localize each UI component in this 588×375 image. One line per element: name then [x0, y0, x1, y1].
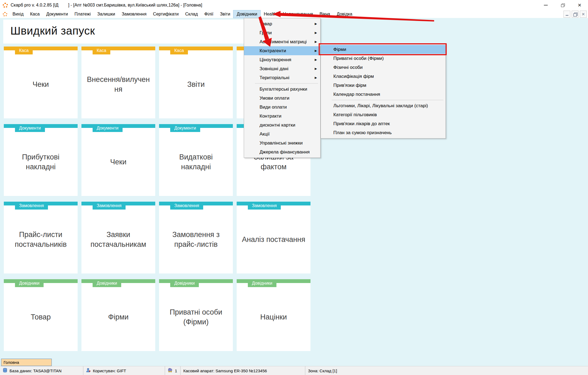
- status-item: Касовий апарат: Samsung ER-350 №123456: [181, 366, 305, 375]
- status-item: Зона: Склад [1]: [305, 366, 588, 375]
- tile[interactable]: ДовідникиНацінки: [237, 279, 310, 351]
- tile-row: ЗамовленняПрайс-листи постачальниківЗамо…: [4, 202, 310, 273]
- submenu-item-label: Фірми: [333, 47, 346, 52]
- submenu-item-label: Льготники, Лікарі, Лікувальні заклади (с…: [333, 103, 428, 109]
- submenu-arrow-icon: ▶: [315, 67, 317, 70]
- status-item: Користувач: GIFT: [83, 366, 165, 375]
- tile-label: Заявки постачальникам: [86, 226, 151, 250]
- cash-register-icon: [168, 368, 173, 373]
- status-item-text: База даних: TASA3@TITAN: [10, 368, 62, 373]
- dropdown-item-label: Контрагенти: [260, 48, 286, 54]
- window-controls: ✕: [537, 0, 588, 10]
- tile-category-tag: Каса: [15, 47, 33, 54]
- menubar-item[interactable]: Health: [260, 10, 279, 18]
- tile-label: Замовлення з прайс-листів: [167, 226, 225, 250]
- submenu-item-label: Приватні особи (Фірми): [333, 56, 384, 61]
- tile[interactable]: ДокументиПрибуткові накладні: [4, 124, 78, 196]
- dropdown-item[interactable]: Зовнішні дані▶: [244, 64, 320, 73]
- dropdown-item[interactable]: дисконтні картки: [244, 121, 320, 130]
- dropdown-item[interactable]: Акції: [244, 130, 320, 139]
- status-item-text: Касовий апарат: Samsung ER-350 №123456: [183, 368, 267, 373]
- dropdown-item-label: Зовнішні дані: [260, 66, 288, 72]
- submenu-item-firmy[interactable]: Фірми: [321, 45, 446, 54]
- tile[interactable]: ЗамовленняЗамовлення з прайс-листів: [159, 202, 233, 273]
- menu-bar: ВихідКасаДокументиПлатежіЗалишкиЗамовлен…: [0, 10, 588, 18]
- tile-label: Чеки: [28, 76, 54, 89]
- menubar-item[interactable]: Каса: [27, 10, 43, 18]
- menubar-item[interactable]: Налаштування: [280, 10, 316, 18]
- child-minimize-button[interactable]: [563, 11, 570, 18]
- child-close-button[interactable]: ✕: [580, 11, 587, 18]
- tab-holovna[interactable]: Головна: [1, 359, 52, 366]
- tile-category-tag: Документи: [93, 124, 123, 132]
- dropdown-item[interactable]: Бухгалтерські рахунки: [244, 85, 320, 94]
- dropdown-item[interactable]: Асортиментні матриці▶: [244, 37, 320, 46]
- tile[interactable]: КасаЗвіти: [159, 47, 233, 118]
- menubar-item[interactable]: Склад: [182, 10, 201, 18]
- close-button[interactable]: ✕: [571, 0, 588, 10]
- submenu-arrow-icon: ▶: [315, 58, 317, 62]
- submenu-item-label: Фізичні особи: [333, 65, 363, 70]
- menubar-item-dovidnyky[interactable]: Довідники: [233, 10, 260, 18]
- tile[interactable]: ДовідникиТовар: [4, 279, 78, 351]
- menu-items: ВихідКасаДокументиПлатежіЗалишкиЗамовлен…: [9, 10, 356, 18]
- menubar-item[interactable]: Залишки: [94, 10, 118, 18]
- tile-row: ДовідникиТоварДовідникиФірмиДовідникиПри…: [4, 279, 310, 351]
- dropdown-item[interactable]: Товар▶: [244, 19, 320, 28]
- minimize-button[interactable]: [537, 0, 554, 10]
- submenu-item[interactable]: Льготники, Лікарі, Лікувальні заклади (с…: [321, 101, 446, 110]
- tile-category-tag: Замовлення: [248, 202, 281, 210]
- dropdown-item[interactable]: Умови оплати: [244, 94, 320, 103]
- user-icon: [86, 368, 91, 373]
- tile-label: Звіти: [182, 76, 209, 89]
- dropdown-item[interactable]: Джерела фінансування: [244, 147, 320, 156]
- tile[interactable]: КасаЧеки: [4, 47, 78, 118]
- dropdown-item-label: Бухгалтерські рахунки: [260, 87, 307, 92]
- tile[interactable]: ДокументиВидаткові накладні: [159, 124, 233, 196]
- tile[interactable]: ЗамовленняПрайс-листи постачальників: [4, 202, 78, 273]
- submenu-item[interactable]: Класифікація фірм: [321, 72, 446, 81]
- submenu-arrow-icon: ▶: [315, 22, 317, 26]
- dropdown-item[interactable]: Види оплати: [244, 103, 320, 112]
- dropdown-item-kontrahenty[interactable]: Контрагенти▶: [244, 46, 320, 55]
- menubar-item[interactable]: Звіти: [217, 10, 233, 18]
- dropdown-item[interactable]: Територіальні▶: [244, 73, 320, 82]
- menubar-item[interactable]: Документи: [43, 10, 71, 18]
- submenu-item[interactable]: Приватні особи (Фірми): [321, 54, 446, 63]
- submenu-item[interactable]: Прив'язки фірм: [321, 81, 446, 90]
- tile[interactable]: ЗамовленняЗаявки постачальникам: [81, 202, 155, 273]
- tile-category-tag: Замовлення: [15, 202, 48, 210]
- submenu-item[interactable]: Прив'язки лікарів до аптек: [321, 119, 446, 128]
- tile-label: Видаткові накладні: [174, 148, 218, 172]
- submenu-item-label: Прив'язки фірм: [333, 83, 366, 88]
- submenu-item[interactable]: Категорії пільговиків: [321, 110, 446, 119]
- submenu-item[interactable]: План за сумою призначень: [321, 128, 446, 137]
- tile-label: Чеки: [105, 153, 132, 167]
- child-restore-button[interactable]: [572, 11, 578, 18]
- dropdown-item[interactable]: Ціноутворення▶: [244, 55, 320, 64]
- dropdown-item[interactable]: Групи▶: [244, 28, 320, 37]
- tile[interactable]: ДокументиЧеки: [81, 124, 155, 196]
- dovidnyky-dropdown-menu: Товар▶Групи▶Асортиментні матриці▶Контраг…: [244, 18, 321, 158]
- page-title: Швидкий запуск: [10, 24, 95, 37]
- menubar-item[interactable]: Вікна: [316, 10, 333, 18]
- menubar-item[interactable]: Сертифікати: [150, 10, 182, 18]
- tile-category-tag: Довідники: [248, 279, 276, 287]
- restore-button[interactable]: [554, 0, 571, 10]
- menubar-item[interactable]: Платежі: [71, 10, 94, 18]
- menubar-item[interactable]: Замовлення: [118, 10, 150, 18]
- menubar-item[interactable]: Філії: [201, 10, 217, 18]
- window-title: Скарб pro v. 4.0.2.85 [ІД ] - [Апт №003 …: [11, 3, 202, 8]
- dropdown-item[interactable]: Управлінські знижки: [244, 139, 320, 147]
- tile[interactable]: ДовідникиПриватні особи (Фірми): [159, 279, 233, 351]
- tile-category-tag: Замовлення: [170, 202, 203, 210]
- menubar-item[interactable]: Вихід: [9, 10, 27, 18]
- dropdown-item-label: дисконтні картки: [260, 122, 295, 128]
- tile[interactable]: КасаВнесення/вилучен ня: [81, 47, 155, 118]
- submenu-item[interactable]: Фізичні особи: [321, 63, 446, 72]
- dropdown-item[interactable]: Контракти: [244, 112, 320, 121]
- menubar-item[interactable]: Довідка: [333, 10, 356, 18]
- tile[interactable]: ДовідникиФірми: [81, 279, 155, 351]
- submenu-item[interactable]: Календар постачання: [321, 90, 446, 99]
- tile[interactable]: ЗамовленняАналіз постачання: [237, 202, 310, 273]
